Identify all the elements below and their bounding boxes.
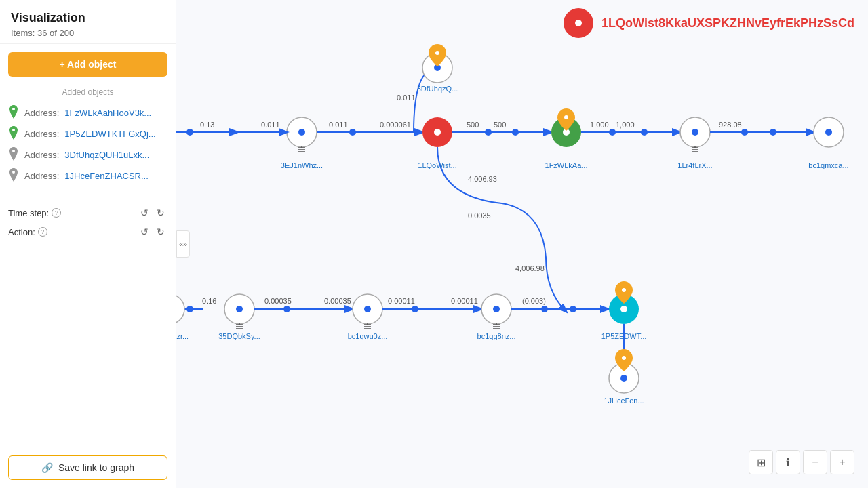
svg-point-39 (236, 306, 243, 312)
action-controls: ↺ ↻ (138, 225, 167, 239)
svg-point-14 (485, 129, 492, 136)
address-value-1: 1FzWLkAahHooV3k... (64, 108, 151, 118)
sidebar-items-count: Items: 36 of 200 (11, 28, 165, 38)
info-icon: ℹ (786, 456, 790, 469)
graph-area: 1LQoWist8KkaUXSPKZHNvEyfrEkPHzSsCd (176, 0, 868, 488)
address-item-4: Address: 1JHceFenZHACSR... (8, 165, 167, 186)
sidebar-footer: 🔗 Save link to graph (0, 439, 176, 488)
svg-text:bc1qg8nz...: bc1qg8nz... (477, 332, 516, 340)
svg-point-62 (570, 306, 576, 312)
svg-point-20 (641, 129, 648, 136)
svg-point-99 (176, 294, 184, 324)
svg-text:1Lr4fLrX...: 1Lr4fLrX... (677, 161, 712, 169)
address-label-4: Address: (24, 171, 59, 181)
address-value-4: 1JHceFenZHACSR... (64, 171, 149, 181)
svg-point-28 (741, 129, 748, 136)
svg-point-19 (609, 129, 616, 136)
svg-text:0.0035: 0.0035 (468, 211, 491, 220)
svg-text:1FzWLkAa...: 1FzWLkAa... (545, 161, 588, 169)
graph-controls: ⊞ ℹ − + (749, 450, 854, 474)
svg-point-37 (186, 306, 193, 312)
svg-point-53 (412, 306, 418, 312)
divider-1 (8, 195, 167, 195)
location-icon-4 (8, 168, 19, 184)
svg-point-64 (620, 306, 627, 312)
sidebar-body: + Add object Added objects Address: 1FzW… (0, 44, 176, 439)
svg-point-35 (564, 115, 568, 119)
save-link-button[interactable]: 🔗 Save link to graph (8, 455, 167, 480)
svg-text:322cPPzr...: 322cPPzr... (176, 332, 189, 340)
svg-text:1JHceFen...: 1JHceFen... (604, 396, 644, 405)
svg-text:4,006.98: 4,006.98 (515, 264, 545, 272)
location-icon-3 (8, 147, 19, 163)
svg-point-34 (435, 51, 439, 55)
zoom-in-button[interactable]: + (830, 450, 854, 474)
address-label-1: Address: (24, 108, 59, 118)
action-label-group: Action: ? (8, 227, 47, 237)
time-step-info-icon[interactable]: ? (52, 208, 61, 218)
svg-text:0.011: 0.011 (397, 94, 416, 102)
zoom-out-icon: − (812, 456, 818, 468)
time-step-undo-button[interactable]: ↺ (138, 206, 151, 220)
svg-point-31 (825, 129, 832, 136)
svg-text:(0.003): (0.003) (522, 297, 546, 305)
svg-text:1P5ZEDWT...: 1P5ZEDWT... (601, 332, 647, 340)
svg-text:0.13: 0.13 (200, 121, 214, 129)
svg-text:35DQbkSy...: 35DQbkSy... (218, 332, 260, 340)
svg-text:0.16: 0.16 (202, 297, 216, 305)
svg-point-67 (620, 375, 627, 382)
svg-text:1LQoWist...: 1LQoWist... (418, 161, 456, 169)
info-button[interactable]: ℹ (776, 450, 800, 474)
svg-text:4,006.93: 4,006.93 (468, 175, 497, 183)
collapse-sidebar-button[interactable]: «» (176, 230, 190, 258)
app-container: Visualization Items: 36 of 200 + Add obj… (0, 0, 868, 488)
address-label-3: Address: (24, 150, 59, 160)
zoom-in-icon: + (839, 456, 845, 468)
added-objects-label: Added objects (8, 87, 167, 97)
svg-point-1 (186, 129, 193, 136)
sidebar-title: Visualization (11, 11, 165, 25)
grid-view-button[interactable]: ⊞ (749, 450, 773, 474)
action-label: Action: (8, 227, 35, 237)
svg-text:3EJ1nWhz...: 3EJ1nWhz... (281, 161, 323, 169)
svg-text:1,000: 1,000 (590, 121, 609, 129)
zoom-out-button[interactable]: − (803, 450, 827, 474)
svg-text:0.000061: 0.000061 (380, 121, 411, 129)
time-step-redo-button[interactable]: ↻ (154, 206, 167, 220)
graph-svg: 0.13 0.011 0.011 0.000061 500 500 1,000 … (176, 0, 868, 488)
svg-text:3DfUhqzQ...: 3DfUhqzQ... (417, 85, 458, 93)
address-item-3: Address: 3DfUhqzQUH1uLxk... (8, 144, 167, 165)
svg-point-47 (364, 306, 371, 312)
grid-icon: ⊞ (757, 456, 766, 469)
svg-point-29 (770, 129, 776, 136)
svg-point-68 (622, 356, 626, 360)
time-step-row: Time step: ? ↺ ↻ (8, 203, 167, 222)
svg-text:0.00011: 0.00011 (388, 297, 415, 305)
svg-point-12 (434, 129, 441, 136)
address-label-2: Address: (24, 129, 59, 139)
svg-text:bc1qwu0z...: bc1qwu0z... (348, 332, 388, 340)
svg-point-22 (692, 129, 698, 136)
action-info-icon[interactable]: ? (38, 227, 47, 237)
svg-text:bc1qmxca...: bc1qmxca... (808, 161, 848, 169)
svg-text:0.00035: 0.00035 (264, 297, 292, 305)
action-undo-button[interactable]: ↺ (138, 225, 151, 239)
address-value-2: 1P5ZEDWTKTFGxQj... (64, 129, 155, 139)
action-row: Action: ? ↺ ↻ (8, 222, 167, 241)
sidebar-header: Visualization Items: 36 of 200 (0, 0, 176, 44)
svg-point-15 (512, 129, 519, 136)
svg-text:0.011: 0.011 (261, 121, 280, 129)
address-item-1: Address: 1FzWLkAahHooV3k... (8, 102, 167, 123)
action-redo-button[interactable]: ↻ (154, 225, 167, 239)
time-step-label-group: Time step: ? (8, 208, 61, 218)
svg-text:0.00035: 0.00035 (324, 297, 351, 305)
svg-point-3 (298, 129, 305, 136)
svg-text:500: 500 (494, 121, 506, 129)
sidebar: Visualization Items: 36 of 200 + Add obj… (0, 0, 176, 488)
link-icon: 🔗 (41, 462, 53, 473)
svg-text:0.011: 0.011 (329, 121, 348, 129)
svg-point-10 (349, 129, 356, 136)
svg-text:0.00011: 0.00011 (451, 297, 478, 305)
location-icon-1 (8, 105, 19, 121)
add-object-button[interactable]: + Add object (8, 52, 167, 77)
